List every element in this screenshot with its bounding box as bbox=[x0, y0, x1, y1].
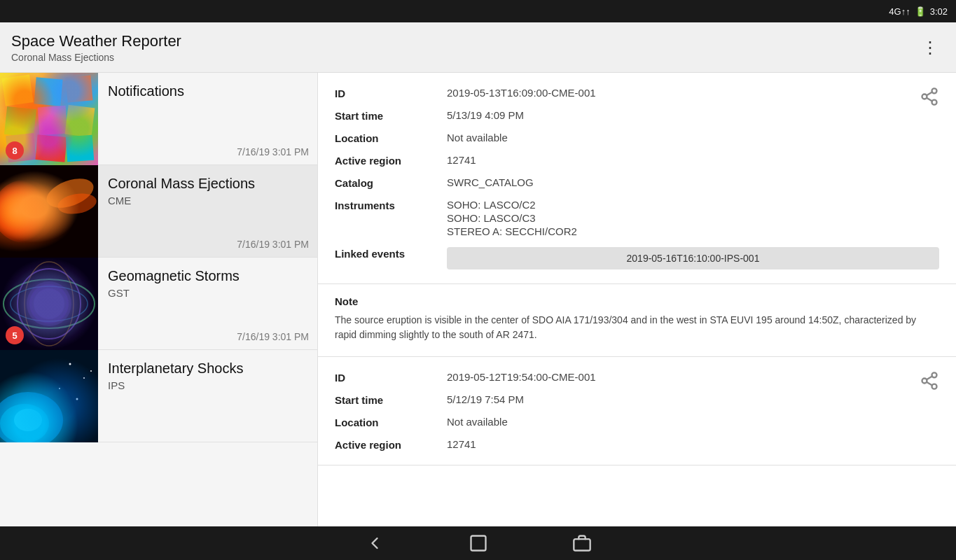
back-button[interactable] bbox=[365, 533, 385, 553]
detail-row-starttime-1: Start time 5/13/19 4:09 PM bbox=[335, 109, 939, 122]
main-layout: 8 Notifications 7/16/19 3:01 PM bbox=[0, 73, 956, 526]
sidebar-item-cme[interactable]: Coronal Mass Ejections CME 7/16/19 3:01 … bbox=[0, 165, 317, 258]
ips-subtitle: IPS bbox=[108, 379, 309, 391]
detail-row-linkedevents-1: Linked events 2019-05-16T16:10:00-IPS-00… bbox=[335, 247, 939, 270]
more-options-button[interactable]: ⋮ bbox=[916, 35, 945, 60]
id-value-2: 2019-05-12T19:54:00-CME-001 bbox=[447, 371, 939, 383]
clock: 3:02 bbox=[930, 6, 948, 17]
activeregion-label-1: Active region bbox=[335, 154, 447, 167]
detail-row-location-1: Location Not available bbox=[335, 132, 939, 144]
id-label-2: ID bbox=[335, 371, 447, 384]
detail-panel: ID 2019-05-13T16:09:00-CME-001 Start tim… bbox=[318, 73, 956, 526]
svg-line-34 bbox=[927, 92, 932, 96]
app-bar-title-group: Space Weather Reporter Coronal Mass Ejec… bbox=[11, 32, 181, 63]
detail-row-starttime-2: Start time 5/12/19 7:54 PM bbox=[335, 393, 939, 406]
thumbnail-ips bbox=[0, 350, 98, 442]
linked-event-chip-1[interactable]: 2019-05-16T16:10:00-IPS-001 bbox=[447, 247, 939, 270]
gst-subtitle: GST bbox=[108, 287, 309, 299]
status-bar: 4G↑↑ 🔋 3:02 bbox=[0, 0, 956, 22]
note-text-1: The source eruption is visible in the ce… bbox=[335, 313, 939, 342]
instruments-value-1: SOHO: LASCO/C2 SOHO: LASCO/C3 STEREO A: … bbox=[447, 199, 939, 237]
thumbnail-cme bbox=[0, 165, 98, 258]
id-label-1: ID bbox=[335, 87, 447, 99]
detail-entry-2: ID 2019-05-12T19:54:00-CME-001 Start tim… bbox=[318, 357, 956, 465]
battery-icon: 🔋 bbox=[915, 6, 926, 17]
ips-title: Interplanetary Shocks bbox=[108, 360, 309, 377]
app-bar: Space Weather Reporter Coronal Mass Ejec… bbox=[0, 22, 956, 73]
app-title: Space Weather Reporter bbox=[11, 32, 181, 50]
share-button-1[interactable] bbox=[920, 87, 939, 109]
recents-button[interactable] bbox=[572, 533, 592, 553]
svg-rect-1 bbox=[34, 77, 62, 106]
starttime-value-2: 5/12/19 7:54 PM bbox=[447, 393, 939, 405]
svg-point-20 bbox=[34, 288, 64, 319]
notifications-content: Notifications 7/16/19 3:01 PM bbox=[98, 73, 317, 164]
detail-row-instruments-1: Instruments SOHO: LASCO/C2 SOHO: LASCO/C… bbox=[335, 199, 939, 237]
linkedevents-value-1: 2019-05-16T16:10:00-IPS-001 bbox=[447, 247, 939, 270]
svg-rect-40 bbox=[471, 536, 485, 551]
svg-point-17 bbox=[18, 269, 81, 339]
id-value-1: 2019-05-13T16:09:00-CME-001 bbox=[447, 87, 939, 99]
home-button[interactable] bbox=[469, 533, 488, 553]
svg-rect-5 bbox=[65, 105, 95, 137]
svg-line-38 bbox=[927, 382, 932, 386]
svg-point-25 bbox=[69, 363, 71, 365]
svg-rect-2 bbox=[65, 75, 92, 102]
svg-rect-7 bbox=[36, 134, 67, 162]
gst-timestamp: 7/16/19 3:01 PM bbox=[108, 331, 309, 342]
svg-point-11 bbox=[43, 173, 97, 214]
location-label-2: Location bbox=[335, 416, 447, 428]
thumbnail-notifications: 8 bbox=[0, 73, 98, 165]
svg-point-26 bbox=[83, 377, 85, 379]
cme-timestamp: 7/16/19 3:01 PM bbox=[108, 239, 309, 250]
detail-row-activeregion-1: Active region 12741 bbox=[335, 154, 939, 167]
detail-row-activeregion-2: Active region 12741 bbox=[335, 438, 939, 451]
sidebar-item-gst[interactable]: 5 Geomagnetic Storms GST 7/16/19 3:01 PM bbox=[0, 258, 317, 350]
app-subtitle: Coronal Mass Ejections bbox=[11, 52, 181, 63]
svg-rect-8 bbox=[66, 135, 94, 162]
instrument-1-1: SOHO: LASCO/C2 bbox=[447, 199, 939, 211]
ips-content: Interplanetary Shocks IPS bbox=[98, 350, 317, 442]
svg-rect-9 bbox=[0, 165, 98, 258]
cme-content: Coronal Mass Ejections CME 7/16/19 3:01 … bbox=[98, 165, 317, 257]
instrument-1-3: STEREO A: SECCHI/COR2 bbox=[447, 225, 939, 237]
share-button-2[interactable] bbox=[920, 371, 939, 393]
svg-line-33 bbox=[927, 98, 932, 102]
svg-point-22 bbox=[0, 392, 63, 442]
starttime-label-2: Start time bbox=[335, 393, 447, 406]
cme-subtitle: CME bbox=[108, 195, 309, 206]
svg-point-12 bbox=[56, 190, 98, 216]
svg-point-27 bbox=[59, 388, 60, 389]
catalog-label-1: Catalog bbox=[335, 176, 447, 189]
note-label-1: Note bbox=[335, 295, 939, 307]
sidebar-item-ips[interactable]: Interplanetary Shocks IPS bbox=[0, 350, 317, 442]
cme-title: Coronal Mass Ejections bbox=[108, 175, 309, 192]
note-section-1: Note The source eruption is visible in t… bbox=[318, 284, 956, 357]
svg-point-23 bbox=[0, 404, 49, 442]
gst-badge: 5 bbox=[6, 326, 24, 344]
svg-point-19 bbox=[27, 281, 71, 326]
detail-row-id-2: ID 2019-05-12T19:54:00-CME-001 bbox=[335, 371, 939, 384]
svg-rect-3 bbox=[4, 106, 36, 137]
svg-point-16 bbox=[11, 286, 88, 321]
instruments-label-1: Instruments bbox=[335, 199, 447, 211]
notifications-timestamp: 7/16/19 3:01 PM bbox=[108, 146, 309, 158]
detail-row-id-1: ID 2019-05-13T16:09:00-CME-001 bbox=[335, 87, 939, 99]
thumbnail-gst: 5 bbox=[0, 258, 98, 350]
catalog-value-1: SWRC_CATALOG bbox=[447, 176, 939, 188]
detail-row-location-2: Location Not available bbox=[335, 416, 939, 428]
location-value-1: Not available bbox=[447, 132, 939, 144]
instrument-1-2: SOHO: LASCO/C3 bbox=[447, 212, 939, 224]
svg-point-15 bbox=[4, 279, 95, 328]
svg-line-39 bbox=[927, 377, 932, 380]
svg-point-28 bbox=[76, 398, 78, 400]
sidebar-item-notifications[interactable]: 8 Notifications 7/16/19 3:01 PM bbox=[0, 73, 317, 165]
location-label-1: Location bbox=[335, 132, 447, 144]
starttime-value-1: 5/13/19 4:09 PM bbox=[447, 109, 939, 121]
activeregion-value-2: 12741 bbox=[447, 438, 939, 450]
sidebar: 8 Notifications 7/16/19 3:01 PM bbox=[0, 73, 318, 526]
svg-rect-21 bbox=[0, 350, 98, 442]
linkedevents-label-1: Linked events bbox=[335, 247, 447, 260]
activeregion-label-2: Active region bbox=[335, 438, 447, 451]
svg-point-10 bbox=[0, 180, 56, 243]
